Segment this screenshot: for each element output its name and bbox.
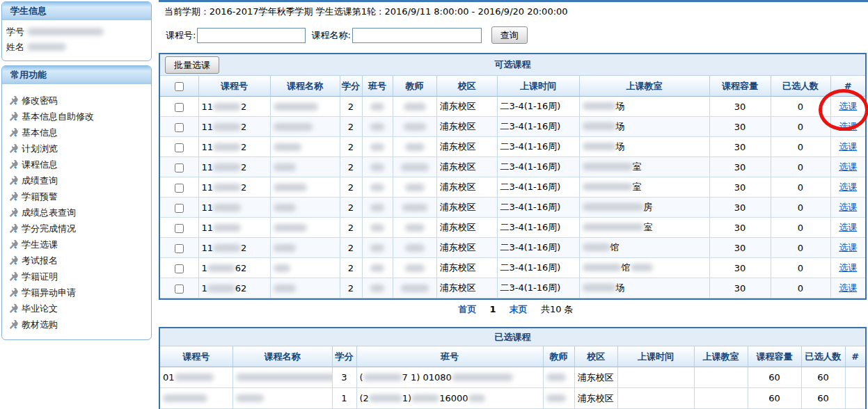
wrench-icon <box>8 95 18 106</box>
classroom-suffix: 室 <box>633 182 642 192</box>
sidebar-item-plan-browse[interactable]: 计划浏览 <box>8 141 148 157</box>
credits-cell: 2 <box>340 137 362 157</box>
course-no-suffix: 2 <box>241 162 246 173</box>
table-row: 11 2 浦东校区 二3-4(1-16周) 房 30 0 选课 <box>160 198 865 218</box>
row-checkbox[interactable] <box>175 264 184 273</box>
campus-cell: 浦东校区 <box>574 367 617 388</box>
course-no: 11 <box>202 223 214 233</box>
wrench-icon <box>8 271 18 282</box>
redacted-text <box>207 284 235 292</box>
enrolled-cell: 0 <box>771 97 830 117</box>
row-checkbox[interactable] <box>175 123 184 132</box>
table-row: 112 2 浦东校区 二3-4(1-16周) 场 30 0 选课 <box>160 97 865 117</box>
first-page-link[interactable]: 首页 <box>458 304 476 314</box>
select-course-link[interactable]: 选课 <box>839 101 857 111</box>
row-checkbox[interactable] <box>175 143 184 152</box>
query-button[interactable]: 查询 <box>491 26 528 44</box>
pagination: 首页 1 末页 共10 条 <box>159 303 867 316</box>
sidebar-item-status-change-apply[interactable]: 学籍异动申请 <box>8 284 148 300</box>
select-all-checkbox[interactable] <box>175 82 184 91</box>
select-course-link[interactable]: 选课 <box>839 262 857 273</box>
credits-cell: 2 <box>340 157 362 177</box>
sidebar-item-change-password[interactable]: 修改密码 <box>8 93 148 109</box>
last-page-link[interactable]: 末页 <box>510 304 528 314</box>
course-no-label: 课程号: <box>166 29 196 42</box>
sidebar-item-textbook-purchase[interactable]: 教材选购 <box>8 316 148 332</box>
row-checkbox[interactable] <box>175 224 184 233</box>
sidebar-item-exam-registration[interactable]: 考试报名 <box>8 252 148 268</box>
enrolled-cell: 0 <box>771 117 830 137</box>
wrench-icon <box>8 223 18 234</box>
row-checkbox[interactable] <box>175 204 184 213</box>
sidebar-item-basic-info-self-edit[interactable]: 基本信息自助修改 <box>8 109 148 125</box>
wrench-icon <box>8 127 18 138</box>
col-course-no: 课程号 <box>160 346 232 367</box>
redacted-classroom <box>583 203 644 211</box>
select-course-link[interactable]: 选课 <box>839 222 857 232</box>
table-row: 162 2 浦东校区 二3-4(1-16周) 馆 30 0 选课 <box>160 258 865 278</box>
col-campus: 校区 <box>436 76 497 97</box>
classroom-suffix: 场 <box>616 282 625 293</box>
col-capacity: 课程容量 <box>709 76 771 97</box>
redacted-text <box>213 143 241 151</box>
available-courses-panel: 批量选课 可选课程 课程号 课程名称 学分 班号 教师 校区 上课时间 上课教室… <box>159 53 867 300</box>
campus-cell: 浦东校区 <box>436 97 497 117</box>
batch-select-button[interactable]: 批量选课 <box>165 56 219 74</box>
table-header-row: 课程号 课程名称 学分 班号 教师 校区 上课时间 上课教室 课程容量 已选人数… <box>160 346 865 367</box>
sidebar-item-credit-progress[interactable]: 学分完成情况 <box>8 220 148 236</box>
wrench-icon <box>8 303 18 314</box>
row-checkbox[interactable] <box>175 284 184 294</box>
time-cell: 二3-4(1-16周) <box>497 278 579 298</box>
col-enrolled: 已选人数 <box>771 76 830 97</box>
functions-title: 常用功能 <box>2 66 151 84</box>
row-checkbox[interactable] <box>175 244 184 253</box>
select-course-link[interactable]: 选课 <box>839 202 857 212</box>
sidebar-item-grade-summary[interactable]: 成绩总表查询 <box>8 205 148 220</box>
sidebar-item-status-certificate[interactable]: 学籍证明 <box>8 268 148 284</box>
select-course-link[interactable]: 选课 <box>839 161 857 172</box>
row-checkbox[interactable] <box>175 103 184 112</box>
sidebar-item-status-warning[interactable]: 学籍预警 <box>8 189 148 205</box>
capacity-cell: 30 <box>709 258 771 278</box>
sidebar-item-basic-info[interactable]: 基本信息 <box>8 125 148 141</box>
select-course-link[interactable]: 选课 <box>839 121 857 131</box>
campus-cell: 浦东校区 <box>436 238 497 258</box>
select-course-link[interactable]: 选课 <box>839 242 857 252</box>
col-credits: 学分 <box>340 76 362 97</box>
redacted-classroom <box>583 163 633 170</box>
wrench-icon <box>8 175 18 186</box>
classroom-suffix: 室 <box>644 222 653 232</box>
time-cell: 二3-4(1-16周) <box>497 258 579 278</box>
top-accent-bar <box>159 0 868 2</box>
capacity-cell: 30 <box>709 198 771 218</box>
current-page: 1 <box>490 304 496 314</box>
redacted-text <box>213 163 241 171</box>
campus-cell: 浦东校区 <box>436 157 497 177</box>
course-name-input[interactable] <box>352 28 482 43</box>
sidebar-item-grade-query[interactable]: 成绩查询 <box>8 173 148 189</box>
row-checkbox[interactable] <box>175 184 184 193</box>
course-no: 11 <box>202 243 214 253</box>
redacted-classroom <box>583 143 616 150</box>
redacted-course-name <box>274 163 296 171</box>
select-course-link[interactable]: 选课 <box>839 182 857 192</box>
class-no-fragment: 7 1) 01080 <box>402 372 452 383</box>
course-no-suffix: 62 <box>235 283 247 294</box>
redacted-teacher <box>405 143 425 151</box>
course-no-suffix: 2 <box>241 243 246 253</box>
table-row: 112 2 浦东校区 二3-4(1-16周) 馆 30 0 选课 <box>160 238 865 258</box>
credits-cell: 1 <box>332 388 356 409</box>
redacted-course-name <box>274 244 296 252</box>
col-class-no: 班号 <box>356 346 543 367</box>
select-course-link[interactable]: 选课 <box>839 282 857 293</box>
course-no-suffix: 62 <box>235 263 247 273</box>
course-no-input[interactable] <box>197 28 306 43</box>
sidebar-item-graduation-thesis[interactable]: 毕业论文 <box>8 300 148 316</box>
table-row: 11 2 浦东校区 二3-4(1-16周) 室 30 0 选课 <box>160 218 865 238</box>
course-no: 11 <box>202 162 214 173</box>
sidebar-item-course-selection[interactable]: 学生选课 <box>8 236 148 252</box>
capacity-cell: 30 <box>709 278 771 298</box>
select-course-link[interactable]: 选课 <box>839 141 857 152</box>
row-checkbox[interactable] <box>175 163 184 173</box>
sidebar-item-course-info[interactable]: 课程信息 <box>8 157 148 173</box>
